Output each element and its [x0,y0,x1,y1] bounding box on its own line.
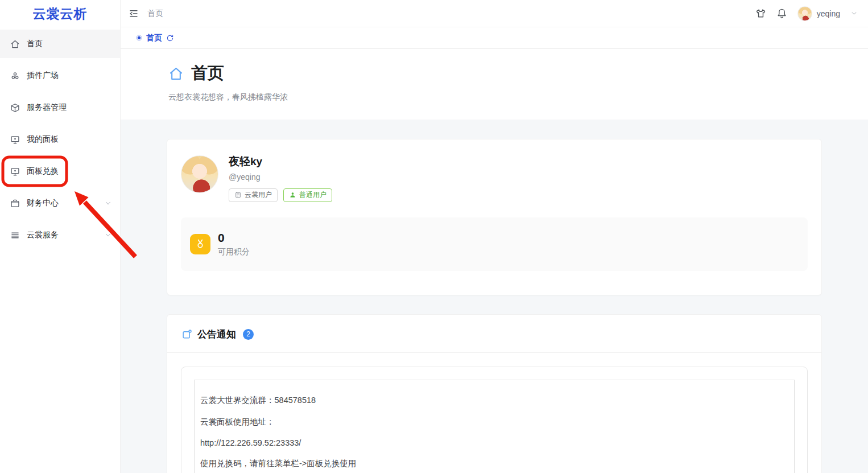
points-label: 可用积分 [218,247,250,257]
sidebar-item-finance-center[interactable]: 财务中心 [0,189,120,217]
server-icon [10,103,20,113]
monitor-icon [10,135,20,145]
announcement-line: 云裳面板使用地址： [200,417,788,427]
chevron-down-icon [104,199,112,207]
sidebar-item-label: 我的面板 [27,134,59,145]
profile-card: 夜轻ky @yeqing 云裳用户普通用户 0 可用积分 [167,139,822,295]
page-subtitle: 云想衣裳花想容，春风拂槛露华浓 [168,92,820,102]
topbar-left: 首页 [129,9,163,19]
announcement-line: 使用兑换码，请前往菜单栏->面板兑换使用 [200,458,788,469]
main-area: 首页 yeqing 首页 首页 云想衣裳花想容，春风拂槛露华浓 [121,0,868,473]
id-card-icon [234,191,242,199]
app-logo: 云裳云析 [0,0,120,27]
page-title: 首页 [191,62,224,85]
user-badges: 云裳用户普通用户 [229,188,332,202]
sidebar-item-label: 首页 [27,39,43,49]
sidebar-menu: 首页插件广场服务器管理我的面板面板兑换财务中心云裳服务 [0,27,120,249]
person-icon [289,191,296,199]
announcement-text-block: 云裳大世界交流群：584578518云裳面板使用地址：http://122.22… [194,380,795,473]
tabs-bar: 首页 [121,27,868,49]
profile-info: 夜轻ky @yeqing 云裳用户普通用户 [229,155,332,202]
sidebar-item-label: 云裳服务 [27,230,59,240]
badge-label: 云裳用户 [245,190,272,200]
sidebar-item-my-panel[interactable]: 我的面板 [0,125,120,154]
topbar-right: yeqing [755,6,858,21]
medal-icon [190,234,210,254]
profile-row: 夜轻ky @yeqing 云裳用户普通用户 [181,155,808,202]
sidebar-item-plugin-market[interactable]: 插件广场 [0,61,120,90]
avatar[interactable] [797,6,812,21]
sidebar-item-server-manage[interactable]: 服务器管理 [0,93,120,122]
user-name: 夜轻ky [229,155,332,168]
announcement-header: 公告通知 2 [167,315,821,353]
announcement-body: 云裳大世界交流群：584578518云裳面板使用地址：http://122.22… [167,353,821,473]
sidebar-item-label: 财务中心 [27,198,59,208]
refresh-icon[interactable] [166,34,174,42]
page-header: 首页 云想衣裳花想容，春风拂槛露华浓 [121,49,868,120]
sidebar-item-label: 服务器管理 [27,102,67,113]
sidebar-item-home[interactable]: 首页 [0,30,120,58]
monitor-icon [10,167,20,176]
points-info: 0 可用积分 [218,231,250,257]
user-badge: 普通用户 [283,188,332,202]
clothes-icon[interactable] [755,8,766,19]
radio-dot-icon [136,35,142,41]
user-handle: @yeqing [229,172,332,182]
sidebar-item-panel-exchange[interactable]: 面板兑换 [0,157,120,186]
home-icon [10,39,20,49]
chevron-down-icon[interactable] [850,10,858,17]
user-badge: 云裳用户 [229,188,278,202]
announcement-icon [181,329,192,340]
announcement-line: http://122.226.59.52:23333/ [200,438,788,447]
points-panel: 0 可用积分 [181,217,808,271]
avatar [181,155,218,193]
sidebar-item-label: 插件广场 [27,71,59,81]
sidebar-item-yunshang-service[interactable]: 云裳服务 [0,221,120,249]
chevron-down-icon [104,231,112,239]
points-value: 0 [218,231,250,244]
username[interactable]: yeqing [817,9,840,18]
sidebar-item-label: 面板兑换 [27,166,59,176]
tab-label: 首页 [146,33,162,43]
tab-home[interactable]: 首页 [136,33,174,43]
bell-icon[interactable] [776,8,787,19]
sidebar: 云裳云析 首页插件广场服务器管理我的面板面板兑换财务中心云裳服务 [0,0,121,473]
breadcrumb: 首页 [147,9,163,19]
announcement-line: 云裳大世界交流群：584578518 [200,395,788,406]
announcement-title: 公告通知 [197,328,236,341]
badge-label: 普通用户 [299,190,326,200]
menu-fold-icon[interactable] [129,9,139,19]
announcement-card: 公告通知 2 云裳大世界交流群：584578518云裳面板使用地址：http:/… [167,314,822,473]
app-window: 云裳云析 首页插件广场服务器管理我的面板面板兑换财务中心云裳服务 首页 yeqi… [0,0,868,473]
plugin-icon [10,71,20,81]
content: 夜轻ky @yeqing 云裳用户普通用户 0 可用积分 [121,120,868,473]
home-icon [168,66,184,81]
wallet-icon [10,199,20,208]
announcement-count-badge: 2 [243,329,254,340]
announcement-box: 云裳大世界交流群：584578518云裳面板使用地址：http://122.22… [181,367,808,473]
topbar: 首页 yeqing [121,0,868,27]
list-icon [10,231,20,240]
